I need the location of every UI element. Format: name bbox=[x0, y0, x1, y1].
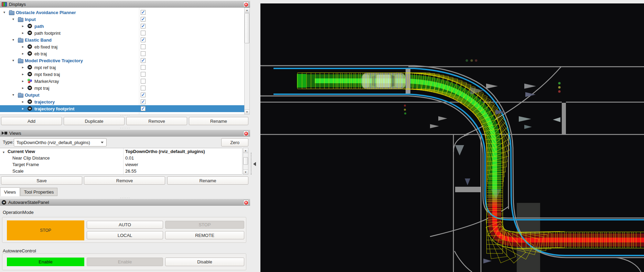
tree-row-Model-Predictive-Trajectory[interactable]: ▾Model Predictive Trajectory✓ bbox=[0, 57, 244, 64]
enabled-checkbox[interactable] bbox=[141, 86, 146, 90]
autoware-logo-icon: w bbox=[2, 200, 6, 205]
property-name: Target Frame bbox=[12, 162, 39, 167]
expand-icon[interactable]: ▸ bbox=[22, 24, 24, 28]
enabled-checkbox[interactable]: ✓ bbox=[141, 99, 146, 104]
tree-row-mpt-traj[interactable]: ▸wmpt traj bbox=[0, 85, 244, 91]
collapse-icon[interactable]: ▾ bbox=[12, 38, 14, 42]
tree-row-path[interactable]: ▸wpath✓ bbox=[0, 23, 244, 30]
displays-panel-header[interactable]: Displays ✕ bbox=[0, 1, 250, 8]
render-viewport[interactable] bbox=[260, 3, 644, 272]
enabled-checkbox[interactable]: ✓ bbox=[141, 106, 146, 111]
collapse-icon[interactable]: ▾ bbox=[12, 93, 14, 97]
remove-button[interactable]: Remove bbox=[84, 176, 165, 185]
enabled-checkbox[interactable]: ✓ bbox=[141, 10, 146, 15]
enabled-checkbox[interactable]: ✓ bbox=[141, 37, 146, 42]
collapse-icon[interactable]: ▾ bbox=[12, 58, 14, 63]
auto-button[interactable]: AUTO bbox=[87, 221, 163, 229]
scroll-down-icon[interactable]: ▼ bbox=[243, 170, 248, 174]
expand-icon[interactable]: ▸ bbox=[22, 45, 24, 49]
scroll-up-icon[interactable]: ▲ bbox=[243, 148, 248, 153]
property-row-Current-View[interactable]: ▾Current ViewTopDownOrtho (rviz_default_… bbox=[0, 149, 242, 155]
collapse-icon[interactable]: ▾ bbox=[12, 17, 14, 21]
property-row-Target-Frame[interactable]: Target Frameviewer bbox=[0, 162, 242, 168]
tree-row-trajectory-footprint[interactable]: ▸wtrajectory footprint✓ bbox=[0, 105, 244, 112]
collapse-icon[interactable]: ▾ bbox=[3, 150, 4, 154]
enabled-checkbox[interactable]: ✓ bbox=[141, 58, 146, 63]
expand-icon[interactable]: ▸ bbox=[22, 31, 24, 35]
zero-button[interactable]: Zero bbox=[221, 138, 248, 146]
property-row-Near-Clip-Distance[interactable]: Near Clip Distance0.01 bbox=[0, 155, 242, 162]
autoware-display-icon: w bbox=[28, 86, 32, 90]
property-value[interactable]: 26.55 bbox=[125, 168, 137, 174]
property-value[interactable]: 0.01 bbox=[125, 155, 134, 161]
scrollbar-thumb[interactable] bbox=[243, 157, 248, 165]
tree-row-eb-traj[interactable]: ▸web traj bbox=[0, 50, 244, 57]
enabled-checkbox[interactable] bbox=[141, 31, 146, 35]
views-close-button[interactable]: ✕ bbox=[243, 131, 249, 136]
expand-icon[interactable]: ▸ bbox=[22, 79, 24, 83]
save-button[interactable]: Save bbox=[1, 176, 82, 185]
scroll-up-icon[interactable]: ▲ bbox=[245, 8, 249, 13]
splitter-handle[interactable]: ······ bbox=[117, 113, 133, 117]
tree-row-eb-fixed-traj[interactable]: ▸web fixed traj bbox=[0, 43, 244, 50]
enabled-checkbox[interactable] bbox=[141, 79, 146, 84]
properties-scrollbar[interactable]: ▲ ▼ bbox=[243, 148, 248, 175]
enabled-checkbox[interactable] bbox=[141, 72, 146, 77]
scroll-down-icon[interactable]: ▼ bbox=[245, 109, 249, 114]
expand-icon[interactable]: ▸ bbox=[22, 72, 24, 76]
rename-button[interactable]: Rename bbox=[167, 176, 248, 185]
tree-row-Input[interactable]: ▾Input✓ bbox=[0, 16, 244, 23]
tab-tool-properties[interactable]: Tool Properties bbox=[20, 188, 57, 196]
tree-row-Output[interactable]: ▾Output✓ bbox=[0, 91, 244, 98]
tree-row-mpt-ref-traj[interactable]: ▸wmpt ref traj bbox=[0, 64, 244, 71]
autoware-control-state: Enable bbox=[7, 258, 84, 266]
autoware-panel-header[interactable]: w AutowareStatePanel ✕ bbox=[0, 199, 250, 206]
enabled-checkbox[interactable] bbox=[141, 65, 146, 70]
expand-icon[interactable]: ▸ bbox=[22, 86, 24, 90]
tree-item-label: eb traj bbox=[34, 51, 47, 56]
autoware-display-icon: w bbox=[28, 99, 32, 104]
tree-row-trajectory[interactable]: ▸wtrajectory✓ bbox=[0, 98, 244, 105]
property-name: Near Clip Distance bbox=[12, 155, 50, 161]
enabled-checkbox[interactable]: ✓ bbox=[141, 24, 146, 29]
views-panel-header[interactable]: Views ✕ bbox=[0, 130, 250, 137]
tree-item-label: Model Predictive Trajectory bbox=[25, 58, 83, 63]
remove-button[interactable]: Remove bbox=[126, 117, 187, 125]
tab-views[interactable]: Views bbox=[0, 187, 20, 196]
property-row-Scale[interactable]: Scale26.55 bbox=[0, 168, 242, 175]
tree-row-Obstacle-Avoidance-Planner[interactable]: ▾Obstacle Avoidance Planner✓ bbox=[0, 9, 244, 16]
add-button[interactable]: Add bbox=[1, 117, 62, 125]
expand-icon[interactable]: ▸ bbox=[22, 100, 24, 104]
expand-icon[interactable]: ▸ bbox=[22, 107, 24, 111]
current-view-properties[interactable]: ▾Current ViewTopDownOrtho (rviz_default_… bbox=[0, 148, 242, 175]
enabled-checkbox[interactable] bbox=[141, 51, 146, 56]
displays-close-button[interactable]: ✕ bbox=[243, 2, 249, 7]
enabled-checkbox[interactable] bbox=[141, 44, 146, 49]
tree-item-label: Input bbox=[25, 17, 36, 22]
disable-button[interactable]: Disable bbox=[165, 258, 244, 266]
rename-button[interactable]: Rename bbox=[189, 117, 248, 125]
expand-icon[interactable]: ▸ bbox=[22, 52, 24, 56]
scrollbar-thumb[interactable] bbox=[245, 13, 249, 43]
property-value[interactable]: TopDownOrtho (rviz_default_plugins) bbox=[125, 149, 205, 154]
collapse-left-icon[interactable] bbox=[253, 162, 256, 166]
local-button[interactable]: LOCAL bbox=[87, 231, 163, 239]
property-value[interactable]: viewer bbox=[125, 162, 138, 167]
autoware-close-button[interactable]: ✕ bbox=[243, 200, 249, 205]
remote-button[interactable]: REMOTE bbox=[165, 231, 244, 239]
enabled-checkbox[interactable]: ✓ bbox=[141, 93, 146, 97]
enabled-checkbox[interactable]: ✓ bbox=[141, 17, 146, 22]
expand-icon[interactable]: ▸ bbox=[22, 65, 24, 69]
collapse-icon[interactable]: ▾ bbox=[3, 10, 5, 14]
tree-row-mpt-fixed-traj[interactable]: ▸wmpt fixed traj bbox=[0, 71, 244, 78]
splitter-handle[interactable]: ······ bbox=[117, 126, 133, 130]
tree-row-path-footprint[interactable]: ▸wpath footprint bbox=[0, 30, 244, 36]
tree-row-Elastic-Band[interactable]: ▾Elastic Band✓ bbox=[0, 36, 244, 43]
tree-row-MarkerArray[interactable]: ▸MarkerArray bbox=[0, 78, 244, 85]
displays-tree[interactable]: ▾Obstacle Avoidance Planner✓▾Input✓▸wpat… bbox=[0, 8, 244, 115]
duplicate-button[interactable]: Duplicate bbox=[64, 117, 125, 125]
panel-splitter[interactable] bbox=[251, 153, 251, 175]
displays-tree-scrollbar[interactable]: ▲ ▼ bbox=[244, 8, 250, 115]
view-type-combobox[interactable]: TopDownOrtho (rviz_default_plugins) bbox=[14, 138, 107, 146]
folder-icon bbox=[18, 59, 23, 63]
